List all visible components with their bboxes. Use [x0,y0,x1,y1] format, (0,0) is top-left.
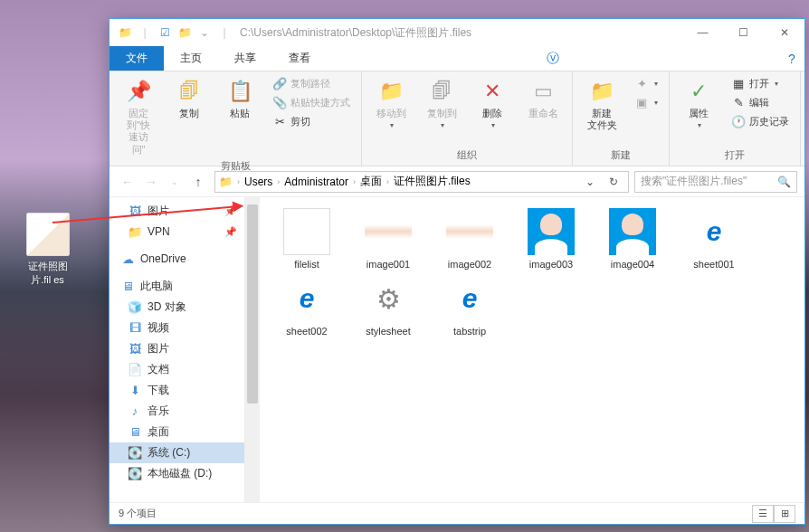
file-item-label: image004 [611,259,654,270]
file-item[interactable]: ⚙stylesheet [356,275,421,337]
maximize-button[interactable]: ☐ [723,19,764,46]
tab-view[interactable]: 查看 [272,46,327,71]
file-item[interactable]: image004 [600,208,665,270]
edit-button[interactable]: ✎编辑 [728,94,793,110]
image-thumbnail [609,208,656,255]
refresh-icon[interactable]: ↻ [603,176,624,188]
ribbon-group-organize: 组织 [369,147,565,162]
edit-icon: ✎ [731,95,746,109]
nav-cdrive[interactable]: 💽系统 (C:) [109,442,244,463]
breadcrumb-segment[interactable]: Administrator [284,176,348,188]
file-item[interactable]: esheet002 [274,275,339,337]
nav-downloads[interactable]: ⬇下载 [109,380,244,401]
nav-onedrive[interactable]: ☁OneDrive [109,249,244,269]
nav-videos[interactable]: 🎞视频 [109,318,244,338]
file-item[interactable]: image001 [356,208,421,270]
content-pane[interactable]: filelistimage001image002image003image004… [260,197,804,502]
search-icon[interactable]: 🔍 [777,176,791,188]
file-item-label: sheet001 [693,259,734,270]
copy-button[interactable]: 🗐 复制 [167,75,211,121]
edge-html-icon: e [283,275,330,322]
ribbon-group-new: 新建 [580,147,661,162]
videos-icon: 🎞 [128,321,142,336]
qat-folder2-icon[interactable]: 📁 [176,24,193,41]
pasteshortcut-icon: 📎 [272,95,287,109]
tab-file[interactable]: 文件 [109,46,164,71]
pin-icon[interactable]: 📌 [224,226,237,238]
scrollbar-thumb[interactable] [247,204,258,404]
nav-3dobjects[interactable]: 🧊3D 对象 [109,297,244,318]
easyaccess-button[interactable]: ▣▾ [631,94,661,110]
moveto-button[interactable]: 📁移动到▾ [369,75,413,131]
newitem-button[interactable]: ✦▾ [631,75,661,91]
nav-vpn[interactable]: 📁VPN📌 [109,222,244,242]
ribbon: 📌 固定到"快 速访问" 🗐 复制 📋 粘贴 🔗复制路径 📎粘贴快捷方式 ✂剪切 [109,71,804,166]
open-button[interactable]: ▦打开▾ [728,75,793,91]
desktop-shortcut-thumbnail [26,213,70,256]
nav-music[interactable]: ♪音乐 [109,401,244,422]
rename-button[interactable]: ▭重命名 [521,75,565,121]
addr-dropdown-icon[interactable]: ⌄ [579,176,601,188]
paste-icon: 📋 [225,77,254,106]
newfolder-button[interactable]: 📁新建 文件夹 [580,75,623,133]
chevron-right-icon[interactable]: › [386,177,389,186]
nav-documents[interactable]: 📄文档 [109,359,244,380]
properties-button[interactable]: ✓属性▾ [677,75,720,131]
qat-properties-icon[interactable]: ☑ [157,24,173,41]
copy-path-button[interactable]: 🔗复制路径 [269,75,354,91]
pin-quickaccess-button[interactable]: 📌 固定到"快 速访问" [117,75,160,157]
tab-home[interactable]: 主页 [164,46,218,71]
chevron-right-icon[interactable]: › [353,177,356,186]
drive-icon: 💽 [128,446,142,461]
nav-thispc[interactable]: 🖥此电脑 [109,276,244,297]
file-item[interactable]: esheet001 [681,208,747,270]
chevron-right-icon[interactable]: › [277,177,280,186]
paste-button[interactable]: 📋 粘贴 [218,75,262,121]
addr-folder-icon: 📁 [219,176,233,188]
delete-button[interactable]: ✕删除▾ [471,75,514,131]
help-icon[interactable]: ? [779,46,804,71]
titlebar[interactable]: 📁 | ☑ 📁 ⌄ | C:\Users\Administrator\Deskt… [109,19,804,46]
ribbon-collapse-icon[interactable]: ⓥ [540,46,566,71]
image-thumbnail [528,208,575,255]
ribbon-tabs: 文件 主页 共享 查看 ⓥ ? [109,46,804,71]
chevron-right-icon[interactable]: › [237,177,240,186]
nav-back-button[interactable]: ← [117,171,138,193]
copyto-button[interactable]: 🗐复制到▾ [420,75,463,131]
tab-share[interactable]: 共享 [218,46,272,71]
qat-folder-icon[interactable]: 📁 [117,24,133,41]
file-item[interactable]: etabstrip [437,275,502,337]
address-bar[interactable]: 📁 › Users› Administrator› 桌面› 证件照图片.file… [214,171,629,193]
documents-icon: 📄 [128,363,142,377]
qat-dropdown-icon[interactable]: ⌄ [196,24,213,41]
nav-ddrive[interactable]: 💽本地磁盘 (D:) [109,463,244,484]
breadcrumb-segment[interactable]: 桌面 [360,174,382,189]
nav-up-button[interactable]: ↑ [187,171,209,193]
qat-separator: | [137,24,153,41]
copy-icon: 🗐 [175,77,204,106]
3dobjects-icon: 🧊 [128,300,142,315]
search-input[interactable]: 搜索"证件照图片.files" 🔍 [634,171,797,193]
paste-shortcut-button[interactable]: 📎粘贴快捷方式 [269,94,354,110]
breadcrumb-segment[interactable]: Users [244,176,272,188]
nav-pictures2[interactable]: 🖼图片 [109,338,244,359]
view-largeicons-button[interactable]: ⊞ [774,505,795,523]
nav-scrollbar[interactable] [245,197,260,502]
nav-forward-button[interactable]: → [140,171,162,193]
file-item-label: image001 [366,259,410,270]
history-button[interactable]: 🕐历史记录 [728,113,793,129]
close-button[interactable]: ✕ [764,19,804,46]
nav-desktop[interactable]: 🖥桌面 [109,422,244,442]
breadcrumb-segment[interactable]: 证件照图片.files [394,174,471,189]
minimize-button[interactable]: — [682,19,723,46]
open-icon: ▦ [731,76,746,90]
desktop-shortcut[interactable]: 证件照图片.fil es [18,213,77,287]
file-item[interactable]: image003 [519,208,584,270]
file-item[interactable]: filelist [274,208,339,270]
file-item-label: tabstrip [453,326,486,337]
file-item[interactable]: image002 [437,208,502,270]
cut-button[interactable]: ✂剪切 [269,113,354,129]
view-details-button[interactable]: ☰ [752,505,774,523]
navigation-pane[interactable]: 🖼图片📌 📁VPN📌 ☁OneDrive 🖥此电脑 🧊3D 对象 🎞视频 🖼图片… [109,197,245,502]
nav-recent-dropdown[interactable]: ⌄ [164,171,186,193]
